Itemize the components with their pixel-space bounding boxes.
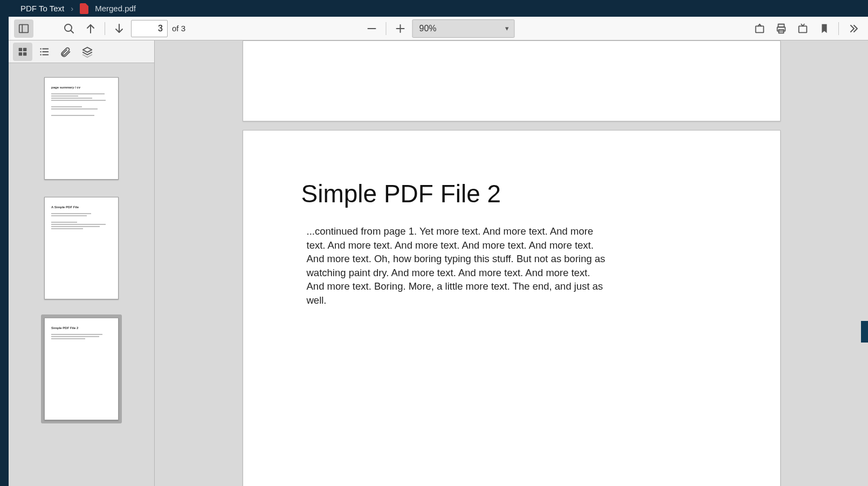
document-title: Simple PDF File 2 [301,179,726,208]
svg-point-20 [40,51,41,52]
page-prev-partial[interactable] [243,40,781,121]
thumbnail-text-line [51,213,91,214]
zoom-select[interactable]: 90% ▾ [412,19,515,38]
chevron-down-icon: ▾ [505,24,509,32]
thumbnail-wrap[interactable]: A Simple PDF File [42,195,121,302]
breadcrumb-file: Merged.pdf [95,4,136,13]
thumbnail-text-line [51,336,99,337]
svg-rect-16 [19,52,22,55]
thumbnail-text-line [51,334,102,335]
sidebar: page summary / cvA Simple PDF FileSimple… [9,40,155,486]
thumbnail-text-line [51,228,83,229]
viewer-body: page summary / cvA Simple PDF FileSimple… [9,40,868,486]
thumbnail-page-2[interactable]: A Simple PDF File [44,197,119,299]
sidebar-tabs [9,40,154,63]
thumbnail-title: Simple PDF File 2 [51,326,112,331]
thumbnail-page-1[interactable]: page summary / cv [44,77,119,180]
thumbnail-text-line [51,108,98,109]
thumbnail-text-line [51,217,112,221]
svg-rect-15 [23,47,26,51]
search-button[interactable] [59,19,79,38]
thumbnails-tab[interactable] [13,43,32,61]
outline-tab[interactable] [35,43,54,61]
zoom-in-button[interactable] [391,19,410,38]
zoom-value: 90% [419,24,437,33]
thumbnail-text-line [51,106,82,107]
separator [838,22,839,35]
open-file-button[interactable] [750,19,769,38]
thumbnail-text-line [51,102,112,105]
app-left-rail [0,17,9,486]
pdf-viewer: of 3 90% ▾ [9,17,868,486]
page-stack: Simple PDF File 2 ...continued from page… [155,40,868,486]
svg-marker-24 [83,47,92,52]
bookmark-button[interactable] [815,19,834,38]
title-bar: PDF To Text › Merged.pdf [0,0,868,17]
print-button[interactable] [771,19,791,38]
svg-rect-13 [799,26,807,32]
thumbnail-text-line [51,226,100,227]
thumbnail-text-line [51,222,77,223]
page-canvas[interactable]: Simple PDF File 2 ...continued from page… [155,40,868,486]
more-tools-button[interactable] [843,19,863,38]
toolbar-left-group: of 3 [14,19,189,38]
layers-tab[interactable] [78,43,97,61]
thumbnail-text-line [51,338,85,339]
prev-page-button[interactable] [81,19,100,38]
toggle-sidebar-button[interactable] [14,19,33,38]
breadcrumb-root[interactable]: PDF To Text [20,4,64,13]
page-current[interactable]: Simple PDF File 2 ...continued from page… [243,130,781,486]
thumbnail-text-line [51,115,94,116]
chevron-right-icon: › [71,4,73,13]
toolbar-right-group [750,19,863,38]
download-button[interactable] [793,19,812,38]
thumbnail-text-line [51,111,112,114]
thumbnail-text-line [51,93,105,94]
thumbnail-list[interactable]: page summary / cvA Simple PDF FileSimple… [9,63,154,486]
svg-rect-14 [19,47,22,51]
separator [105,22,105,35]
thumbnail-text-line [51,98,92,99]
svg-rect-9 [756,26,764,32]
thumbnail-title: A Simple PDF File [51,205,112,210]
thumbnail-text-line [51,215,87,216]
zoom-out-button[interactable] [362,19,382,38]
svg-line-3 [71,30,73,33]
thumbnail-page-3[interactable]: Simple PDF File 2 [44,318,119,420]
attachments-tab[interactable] [56,43,75,61]
thumbnail-wrap[interactable]: Simple PDF File 2 [41,314,122,423]
separator [386,22,387,35]
thumbnail-wrap[interactable]: page summary / cv [42,75,121,182]
page-total-label: of 3 [170,24,189,33]
svg-rect-17 [23,52,26,55]
toolbar: of 3 90% ▾ [9,17,868,40]
thumbnail-title: page summary / cv [51,85,112,90]
pdf-file-icon [80,3,88,14]
thumbnail-text-line [51,95,78,97]
scroll-indicator[interactable] [861,321,868,343]
svg-point-18 [40,48,41,49]
next-page-button[interactable] [109,19,129,38]
toolbar-center-group: 90% ▾ [362,19,515,38]
page-number-input[interactable] [131,20,168,37]
svg-point-22 [40,54,41,55]
thumbnail-text-line [51,100,106,101]
thumbnail-text-line [51,224,106,225]
svg-rect-0 [19,24,29,32]
document-body-text: ...continued from page 1. Yet more text.… [307,224,609,307]
